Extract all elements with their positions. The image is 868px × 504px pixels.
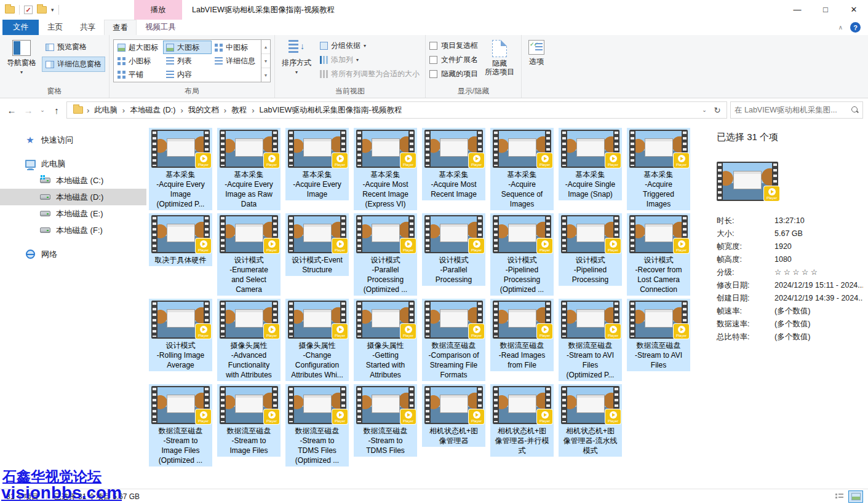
- hidden-items-option[interactable]: 隐藏的项目: [429, 69, 478, 79]
- tab-video-tools[interactable]: 视频工具: [137, 20, 185, 35]
- file-item[interactable]: Player 数据流至磁盘 -Stream to Image Files: [217, 384, 281, 457]
- file-name-extensions-option[interactable]: 文件扩展名: [429, 55, 478, 65]
- file-item[interactable]: Player 基本采集 -Acquire Sequence of Images: [490, 128, 554, 210]
- maximize-button[interactable]: □: [811, 0, 840, 18]
- file-name: 基本采集 -Acquire Triggered Images: [643, 170, 674, 209]
- file-item[interactable]: Player 基本采集 -Acquire Every Image (Optimi…: [149, 128, 212, 210]
- file-item[interactable]: Player 数据流至磁盘 -Comparison of Streaming F…: [422, 299, 485, 381]
- layout-medium-icons[interactable]: 中图标: [212, 41, 260, 54]
- hide-selected-items-button[interactable]: 隐藏 所选项目: [482, 38, 517, 78]
- add-columns-button[interactable]: 添加列 ▾: [318, 54, 421, 66]
- address-bar[interactable]: 此电脑 本地磁盘 (D:) 我的文档 教程 LabVIEW驱动相机采集图像指南-…: [66, 101, 727, 119]
- navigation-pane-button[interactable]: 导航窗格 ▾: [4, 38, 39, 77]
- breadcrumb-my-documents[interactable]: 我的文档: [180, 105, 223, 116]
- checkbox-icon[interactable]: [429, 70, 437, 78]
- file-item[interactable]: Player 数据流至磁盘 -Stream to TDMS Files (Opt…: [285, 384, 349, 467]
- sidebar-item-drive-d[interactable]: 本地磁盘 (D:): [0, 189, 146, 205]
- file-item[interactable]: Player 摄像头属性 -Getting Started with Attri…: [354, 299, 417, 381]
- search-icon[interactable]: [851, 106, 859, 114]
- folder-icon[interactable]: [5, 6, 15, 14]
- file-item[interactable]: Player 设计模式 -Pipelined Processing (Optim…: [490, 213, 554, 296]
- player-badge-icon: Player: [264, 238, 279, 253]
- layout-list[interactable]: 列表: [163, 54, 212, 68]
- thumbnails-view-toggle[interactable]: [848, 490, 863, 503]
- file-item[interactable]: Player 取决于具体硬件: [149, 213, 212, 266]
- qat-dropdown-icon[interactable]: ▾: [51, 7, 54, 13]
- search-box[interactable]: [730, 101, 863, 119]
- item-check-boxes-option[interactable]: 项目复选框: [429, 41, 478, 51]
- file-item[interactable]: Player 数据流至磁盘 -Stream to Image Files (Op…: [149, 384, 212, 467]
- sort-by-button[interactable]: 排序方式 ▾: [279, 38, 314, 77]
- file-item[interactable]: Player 摄像头属性 -Advanced Functionality wit…: [217, 299, 281, 381]
- file-item[interactable]: Player 相机状态机+图 像管理器: [422, 384, 485, 447]
- scroll-down-icon[interactable]: ▼: [261, 53, 270, 68]
- breadcrumb-tutorials[interactable]: 教程: [223, 105, 250, 116]
- layout-content[interactable]: 内容: [163, 68, 212, 81]
- gallery-scrollbar[interactable]: ▲ ▼ ▼: [261, 39, 271, 82]
- file-item[interactable]: Player 设计模式 -Pipelined Processing: [559, 213, 622, 286]
- file-item[interactable]: Player 基本采集 -Acquire Most Recent Image (…: [354, 128, 417, 210]
- help-icon[interactable]: ?: [850, 22, 861, 33]
- back-icon[interactable]: ←: [5, 105, 18, 116]
- file-item[interactable]: Player 基本采集 -Acquire Triggered Images: [627, 128, 690, 210]
- file-item[interactable]: Player 数据流至磁盘 -Read Images from File: [490, 299, 554, 371]
- file-item[interactable]: Player 相机状态机+图 像管理器-并行模 式: [490, 384, 554, 457]
- file-item[interactable]: Player 基本采集 -Acquire Every Image as Raw …: [217, 128, 281, 210]
- thumbnail-window: [235, 138, 263, 157]
- file-item[interactable]: Player 设计模式-Event Structure: [285, 213, 349, 276]
- layout-small-icons[interactable]: 小图标: [114, 54, 163, 68]
- new-folder-icon[interactable]: [37, 6, 47, 14]
- minimize-button[interactable]: —: [783, 0, 811, 18]
- layout-extra-large-icons[interactable]: 超大图标: [114, 41, 163, 54]
- sidebar-item-network[interactable]: 网络: [0, 246, 146, 262]
- address-dropdown-icon[interactable]: ⌄: [699, 103, 709, 117]
- file-item[interactable]: Player 基本采集 -Acquire Every Image: [285, 128, 349, 200]
- sidebar-item-drive-c[interactable]: 本地磁盘 (C:): [0, 172, 146, 189]
- tab-view[interactable]: 查看: [104, 20, 137, 35]
- file-item[interactable]: Player 基本采集 -Acquire Most Recent Image: [422, 128, 485, 200]
- file-item[interactable]: Player 设计模式 -Rolling Image Average: [149, 299, 212, 371]
- layout-details[interactable]: 详细信息: [212, 54, 260, 68]
- breadcrumb-this-pc[interactable]: 此电脑: [86, 105, 121, 116]
- tab-share[interactable]: 共享: [71, 20, 104, 35]
- file-item[interactable]: Player 设计模式 -Parallel Processing (Optimi…: [354, 213, 417, 296]
- sidebar-item-this-pc[interactable]: 此电脑: [0, 156, 146, 172]
- file-item[interactable]: Player 摄像头属性 -Change Configuration Attri…: [285, 299, 349, 381]
- file-item[interactable]: Player 设计模式 -Enumerate and Select Camera: [217, 213, 281, 296]
- recent-locations-icon[interactable]: ⌄: [38, 107, 47, 113]
- checkbox-icon[interactable]: [429, 42, 437, 50]
- layout-large-icons[interactable]: 大图标: [163, 41, 212, 54]
- file-item[interactable]: Player 数据流至磁盘 -Stream to AVI Files: [627, 299, 690, 371]
- gallery-more-icon[interactable]: ▼: [261, 68, 270, 82]
- sidebar-item-drive-f[interactable]: 本地磁盘 (F:): [0, 222, 146, 238]
- file-item[interactable]: Player 设计模式 -Parallel Processing: [422, 213, 485, 286]
- details-pane-button[interactable]: 详细信息窗格: [42, 57, 105, 72]
- up-icon[interactable]: ↑: [50, 105, 63, 116]
- breadcrumb-drive-d[interactable]: 本地磁盘 (D:): [121, 105, 180, 116]
- file-item[interactable]: Player 相机状态机+图 像管理器-流水线 模式: [559, 384, 622, 457]
- refresh-icon[interactable]: ↻: [711, 103, 724, 117]
- sidebar-item-drive-e[interactable]: 本地磁盘 (E:): [0, 205, 146, 222]
- layout-tiles[interactable]: 平铺: [114, 68, 163, 81]
- file-item[interactable]: Player 数据流至磁盘 -Stream to AVI Files (Opti…: [559, 299, 622, 381]
- collapse-ribbon-icon[interactable]: ∧: [838, 24, 843, 31]
- tab-file[interactable]: 文件: [2, 20, 39, 35]
- file-item[interactable]: Player 数据流至磁盘 -Stream to TDMS Files: [354, 384, 417, 457]
- close-button[interactable]: ✕: [840, 0, 868, 18]
- scroll-up-icon[interactable]: ▲: [261, 40, 270, 53]
- forward-icon[interactable]: →: [22, 105, 35, 116]
- size-all-columns-button[interactable]: 将所有列调整为合适的大小: [318, 68, 421, 80]
- breadcrumb-current-folder[interactable]: LabVIEW驱动相机采集图像指南-视频教程: [250, 105, 405, 116]
- play-context-tab[interactable]: 播放: [134, 0, 182, 20]
- file-item[interactable]: Player 设计模式 -Recover from Lost Camera Co…: [627, 213, 690, 296]
- sidebar-item-quick-access[interactable]: ★ 快速访问: [0, 132, 146, 148]
- file-item[interactable]: Player 基本采集 -Acquire Single Image (Snap): [559, 128, 622, 200]
- preview-pane-button[interactable]: 预览窗格: [42, 39, 105, 55]
- search-input[interactable]: [735, 106, 849, 114]
- properties-check-icon[interactable]: ✓: [24, 6, 33, 14]
- tab-home[interactable]: 主页: [39, 20, 71, 35]
- options-button[interactable]: 选项: [525, 38, 547, 69]
- checkbox-icon[interactable]: [429, 56, 437, 64]
- group-by-button[interactable]: 分组依据 ▾: [318, 40, 421, 52]
- details-view-toggle[interactable]: [832, 490, 846, 503]
